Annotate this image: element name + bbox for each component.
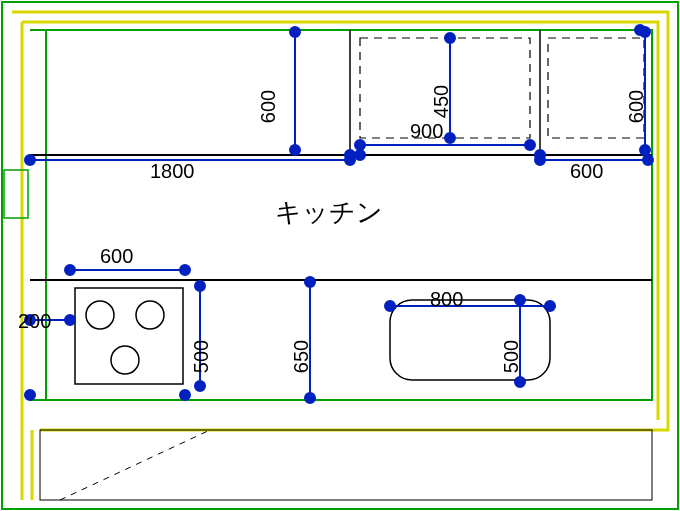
svg-rect-2	[40, 430, 652, 500]
svg-point-33	[640, 145, 650, 155]
dim-stove-offset: 200	[18, 310, 51, 333]
svg-point-21	[525, 140, 535, 150]
svg-point-36	[180, 265, 190, 275]
svg-point-50	[515, 295, 525, 305]
svg-point-56	[180, 390, 190, 400]
svg-rect-14	[390, 300, 550, 380]
svg-point-30	[445, 133, 455, 143]
svg-point-42	[195, 381, 205, 391]
svg-point-12	[136, 301, 164, 329]
svg-point-17	[25, 155, 35, 165]
svg-point-24	[643, 155, 653, 165]
svg-point-41	[195, 281, 205, 291]
dim-stove-width: 600	[100, 245, 133, 268]
svg-rect-10	[75, 288, 183, 384]
svg-point-45	[305, 393, 315, 403]
dim-top-mid-depth: 450	[430, 85, 453, 118]
dim-counter-depth: 650	[290, 340, 313, 373]
svg-point-44	[305, 277, 315, 287]
dim-top-mid-width: 900	[410, 120, 443, 143]
svg-point-55	[635, 25, 645, 35]
svg-point-26	[290, 27, 300, 37]
svg-rect-15	[4, 170, 28, 218]
svg-point-27	[290, 145, 300, 155]
floor-plan: キッチン 600 450 600 1800 900 600 600 200 50…	[0, 0, 680, 511]
svg-line-3	[60, 430, 210, 500]
svg-point-20	[355, 140, 365, 150]
dim-top-right-depth: 600	[625, 90, 648, 123]
svg-point-57	[25, 390, 35, 400]
svg-point-52	[345, 150, 355, 160]
dim-top-left-depth: 600	[257, 90, 280, 123]
room-label: キッチン	[275, 195, 383, 230]
svg-point-53	[355, 150, 365, 160]
dim-sink-depth: 500	[500, 340, 523, 373]
svg-point-13	[111, 346, 139, 374]
svg-point-48	[545, 301, 555, 311]
svg-point-11	[86, 301, 114, 329]
svg-point-29	[445, 33, 455, 43]
dim-stove-depth: 500	[190, 340, 213, 373]
dim-top-left-width: 1800	[150, 160, 195, 183]
svg-point-35	[65, 265, 75, 275]
svg-point-39	[65, 315, 75, 325]
svg-point-47	[385, 301, 395, 311]
dim-sink-width: 800	[430, 288, 463, 311]
dim-top-right-width: 600	[570, 160, 603, 183]
svg-point-51	[515, 377, 525, 387]
svg-point-54	[535, 150, 545, 160]
